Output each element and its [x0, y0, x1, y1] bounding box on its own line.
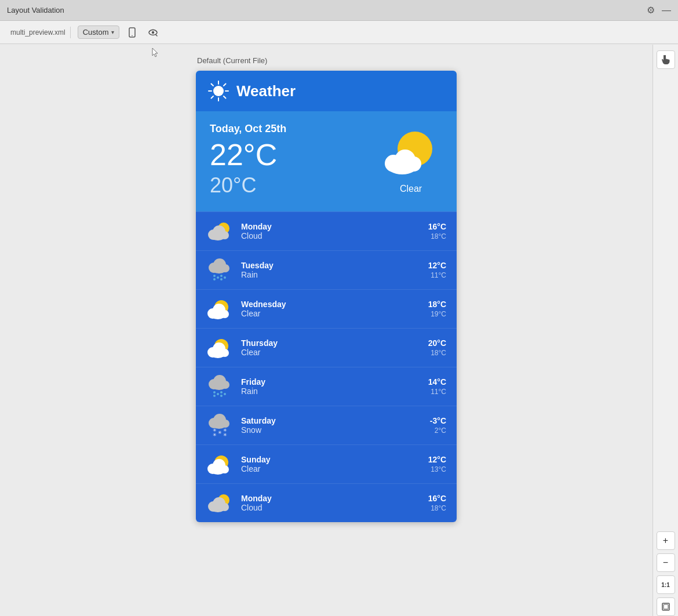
custom-dropdown[interactable]: Custom ▾ — [78, 25, 119, 39]
filename-label: multi_preview.xml — [6, 27, 71, 38]
svg-point-38 — [221, 310, 229, 318]
forecast-low: 11°C — [431, 271, 446, 279]
title-bar-controls: ⚙ — — [647, 5, 671, 16]
today-date: Today, Oct 25th — [210, 123, 286, 135]
svg-point-50 — [217, 393, 219, 395]
forecast-high: 12°C — [428, 261, 446, 270]
svg-point-52 — [220, 395, 223, 397]
svg-point-51 — [220, 391, 223, 393]
forecast-high: 14°C — [428, 377, 446, 387]
forecast-condition: Snow — [241, 425, 430, 435]
svg-point-32 — [220, 278, 223, 280]
svg-point-48 — [213, 391, 216, 393]
sun-cloud-icon — [206, 451, 233, 478]
svg-point-18 — [406, 156, 421, 172]
forecast-condition: Rain — [241, 270, 428, 279]
svg-point-31 — [220, 275, 223, 277]
forecast-high: 16°C — [428, 494, 446, 503]
ratio-label: 1:1 — [661, 582, 669, 588]
forecast-info: Wednesday Clear — [241, 300, 428, 318]
zoom-in-icon: + — [663, 535, 668, 546]
forecast-temps: 12°C 13°C — [428, 455, 446, 473]
svg-point-49 — [213, 395, 216, 397]
svg-point-33 — [224, 276, 226, 279]
forecast-info: Monday Cloud — [241, 222, 428, 240]
forecast-high: 20°C — [428, 338, 446, 348]
forecast-low: 2°C — [435, 427, 446, 435]
gear-icon[interactable]: ⚙ — [647, 5, 655, 16]
svg-point-47 — [221, 381, 229, 389]
today-weather-icon — [379, 127, 443, 179]
zoom-out-button[interactable]: − — [657, 553, 675, 572]
forecast-info: Thursday Clear — [241, 338, 428, 357]
weather-today-section: Today, Oct 25th 22°C 20°C Clear — [196, 111, 457, 212]
svg-point-30 — [217, 276, 219, 279]
svg-text:✳: ✳ — [223, 432, 227, 438]
hand-icon — [661, 55, 670, 64]
ratio-button[interactable]: 1:1 — [657, 575, 675, 594]
svg-point-3 — [151, 31, 154, 33]
forecast-high: 16°C — [428, 222, 446, 231]
preview-label: Default (Current File) — [197, 56, 267, 65]
forecast-list: Monday Cloud 16°C 18°C — [196, 212, 457, 522]
svg-point-5 — [213, 86, 224, 96]
fit-icon — [662, 603, 670, 611]
forecast-condition: Rain — [241, 387, 428, 396]
forecast-day: Monday — [241, 494, 428, 503]
sun-cloud-icon — [206, 334, 233, 361]
forecast-day: Sunday — [241, 455, 428, 464]
forecast-row: ✳ ✳ ✳ ✳ ✳ Saturday Snow -3°C 2°C — [196, 406, 457, 444]
cloud-sun-icon — [206, 490, 233, 516]
forecast-day: Tuesday — [241, 261, 428, 270]
svg-point-72 — [221, 503, 229, 511]
right-toolbar: + − 1:1 — [653, 45, 678, 616]
zoom-in-button[interactable]: + — [657, 531, 675, 550]
forecast-high: 18°C — [428, 300, 446, 309]
svg-rect-74 — [664, 604, 668, 609]
svg-point-57 — [221, 420, 229, 428]
fit-button[interactable] — [657, 597, 675, 616]
today-temp-high: 22°C — [210, 140, 286, 170]
weather-card: Weather Today, Oct 25th 22°C 20°C — [196, 71, 457, 522]
forecast-high: 12°C — [428, 455, 446, 464]
forecast-temps: 16°C 18°C — [428, 494, 446, 512]
forecast-temps: 16°C 18°C — [428, 222, 446, 240]
forecast-day: Wednesday — [241, 300, 428, 309]
svg-point-29 — [213, 278, 216, 280]
preview-button[interactable] — [145, 24, 161, 41]
cloud-snow-icon: ✳ ✳ ✳ ✳ ✳ — [206, 412, 233, 439]
device-button[interactable] — [124, 24, 140, 41]
forecast-row: Tuesday Rain 12°C 11°C — [196, 250, 457, 289]
svg-line-11 — [224, 96, 226, 99]
minimize-icon[interactable]: — — [662, 5, 671, 16]
svg-point-23 — [221, 231, 229, 239]
canvas-area: Default (Current File) Weather — [0, 45, 653, 616]
cloud-sun-icon — [206, 218, 233, 245]
forecast-info: Friday Rain — [241, 377, 428, 396]
toolbar: multi_preview.xml Custom ▾ — [0, 21, 678, 44]
svg-line-10 — [212, 84, 214, 86]
zoom-out-icon: − — [663, 557, 668, 568]
title-bar: Layout Validation ⚙ — — [0, 0, 678, 21]
svg-text:✳: ✳ — [213, 432, 217, 438]
forecast-day: Thursday — [241, 338, 428, 348]
svg-point-53 — [224, 393, 226, 395]
forecast-row: Thursday Clear 20°C 18°C — [196, 328, 457, 367]
forecast-condition: Cloud — [241, 231, 428, 240]
forecast-low: 18°C — [431, 349, 446, 357]
forecast-condition: Clear — [241, 348, 428, 357]
forecast-info: Monday Cloud — [241, 494, 428, 512]
forecast-high: -3°C — [430, 416, 446, 425]
sun-header-icon — [207, 80, 229, 102]
forecast-temps: 12°C 11°C — [428, 261, 446, 279]
app-title: Layout Validation — [7, 6, 64, 14]
svg-point-43 — [221, 349, 229, 357]
hand-tool-button[interactable] — [657, 50, 675, 69]
device-icon — [127, 27, 137, 38]
today-condition: Clear — [400, 184, 422, 194]
forecast-low: 18°C — [431, 232, 446, 240]
cloud-rain-icon — [206, 373, 233, 400]
forecast-temps: -3°C 2°C — [430, 416, 446, 435]
cloud-rain-icon — [206, 257, 233, 283]
forecast-low: 13°C — [431, 465, 446, 473]
